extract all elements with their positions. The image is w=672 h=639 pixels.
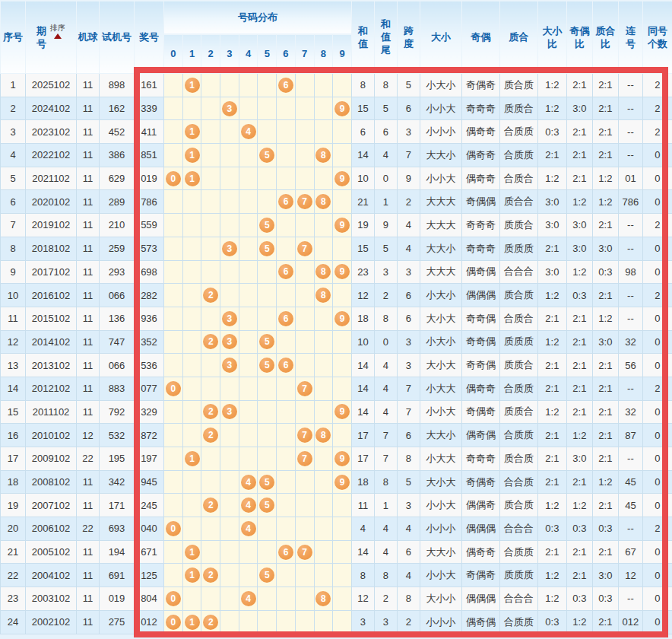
digit-ball: 4 (241, 475, 256, 490)
cell-span: 4 (397, 214, 420, 237)
cell-seq: 12 (1, 330, 26, 354)
digit-cell-4 (239, 610, 258, 634)
cell-size: 大小大 (420, 307, 461, 330)
cell-prime: 合质合 (499, 167, 537, 190)
digit-ball: 5 (259, 498, 274, 513)
cell-consecutive: 67 (618, 540, 642, 564)
cell-span: 6 (397, 284, 420, 307)
cell-test: 386 (100, 144, 135, 167)
cell-prize: 161 (135, 74, 164, 97)
digit-cell-7: 7 (295, 237, 314, 260)
cell-size-ratio: 2:1 (537, 424, 566, 447)
cell-same-count: 0 (642, 424, 672, 447)
digit-cell-4: 4 (239, 587, 258, 611)
cell-parity-ratio: 1:2 (566, 190, 592, 214)
cell-test: 693 (100, 517, 135, 541)
digit-ball: 9 (334, 311, 350, 326)
cell-sum-tail: 4 (374, 400, 397, 424)
cell-same-count: 2 (642, 74, 672, 97)
table-row: 92017102112936986892333大大大偶奇偶合合合3:01:20:… (1, 260, 672, 284)
cell-machine: 11 (77, 97, 100, 120)
table-row: 162010102125328722781776大大小偶奇偶合质质2:11:22… (1, 424, 672, 447)
cell-prime-ratio: 0:3 (592, 260, 618, 284)
digit-ball: 9 (334, 475, 350, 490)
digit-ball: 7 (297, 194, 312, 209)
cell-parity-ratio: 3:0 (566, 237, 592, 260)
digit-cell-9 (333, 74, 352, 97)
cell-sum: 18 (351, 307, 374, 330)
col-header-distribution: 号码分布 (164, 1, 352, 34)
cell-prime-ratio: 2:1 (592, 377, 618, 400)
cell-machine: 11 (77, 540, 100, 564)
digit-cell-0 (164, 400, 183, 424)
cell-parity-ratio: 2:1 (566, 354, 592, 377)
digit-header-4: 4 (239, 34, 258, 74)
table-row: 152011102117923292391447小小大奇偶奇质质合1:22:12… (1, 400, 672, 424)
digit-cell-1 (182, 354, 201, 377)
cell-prize: 077 (135, 377, 164, 400)
table-body: 120251021189816116885小大小奇偶奇质合质1:22:12:1-… (1, 74, 672, 634)
cell-consecutive: -- (618, 214, 642, 237)
digit-ball: 3 (222, 358, 237, 373)
digit-cell-1 (182, 424, 201, 447)
digit-ball: 8 (315, 288, 331, 303)
cell-consecutive: -- (618, 237, 642, 260)
cell-same-count: 2 (642, 214, 672, 237)
cell-test: 275 (100, 610, 135, 634)
sort-up-arrow-icon (54, 33, 62, 39)
cell-consecutive: -- (618, 284, 642, 307)
digit-cell-2 (201, 377, 220, 400)
digit-cell-1 (182, 494, 201, 517)
cell-same-count: 0 (642, 447, 672, 471)
digit-cell-5 (258, 517, 277, 541)
digit-ball: 5 (259, 475, 274, 490)
cell-prime: 合合合 (499, 260, 537, 284)
cell-seq: 1 (1, 74, 26, 97)
cell-machine: 11 (77, 470, 100, 494)
cell-prize: 282 (135, 284, 164, 307)
cell-size-ratio: 2:1 (537, 447, 566, 471)
digit-cell-8 (314, 354, 333, 377)
digit-ball: 3 (222, 241, 237, 256)
cell-sum: 11 (351, 494, 374, 517)
cell-parity: 偶偶奇 (461, 494, 499, 517)
table-row: 182008102113429454591885大小大奇偶奇合合质2:12:11… (1, 470, 672, 494)
cell-prime: 质质合 (499, 400, 537, 424)
cell-parity: 奇奇奇 (461, 447, 499, 471)
cell-consecutive: -- (618, 97, 642, 120)
digit-cell-6 (277, 377, 296, 400)
digit-cell-4 (239, 144, 258, 167)
cell-seq: 6 (1, 190, 26, 214)
digit-ball: 6 (278, 78, 293, 93)
col-header-size: 大小 (420, 1, 461, 74)
digit-ball: 6 (278, 194, 293, 209)
digit-ball: 7 (297, 241, 312, 256)
cell-size-ratio: 2:1 (537, 307, 566, 330)
cell-size: 大大大 (420, 260, 461, 284)
digit-ball: 9 (334, 171, 350, 186)
cell-sum-tail: 4 (374, 144, 397, 167)
sort-button[interactable]: 排序 (50, 24, 65, 39)
cell-sum: 15 (351, 97, 374, 120)
cell-prize: 671 (135, 540, 164, 564)
digit-ball: 3 (222, 101, 237, 116)
cell-sum: 18 (351, 470, 374, 494)
col-header-period-label: 期 号 (36, 24, 46, 50)
cell-parity: 奇偶奇 (461, 470, 499, 494)
digit-ball: 8 (315, 428, 331, 443)
cell-size: 小小小 (420, 610, 461, 634)
cell-size: 大小小 (420, 587, 461, 611)
digit-cell-5 (258, 400, 277, 424)
cell-period: 2025102 (26, 74, 77, 97)
cell-size: 小小小 (420, 120, 461, 144)
cell-sum-tail: 4 (374, 377, 397, 400)
cell-same-count: 0 (642, 494, 672, 517)
digit-cell-2 (201, 214, 220, 237)
digit-cell-1: 1 (182, 447, 201, 471)
cell-prize: 411 (135, 120, 164, 144)
cell-size-ratio: 1:2 (537, 167, 566, 190)
col-header-sum-tail: 和 值 尾 (374, 1, 397, 74)
cell-sum: 17 (351, 424, 374, 447)
cell-sum-tail: 4 (374, 354, 397, 377)
cell-prize: 019 (135, 167, 164, 190)
